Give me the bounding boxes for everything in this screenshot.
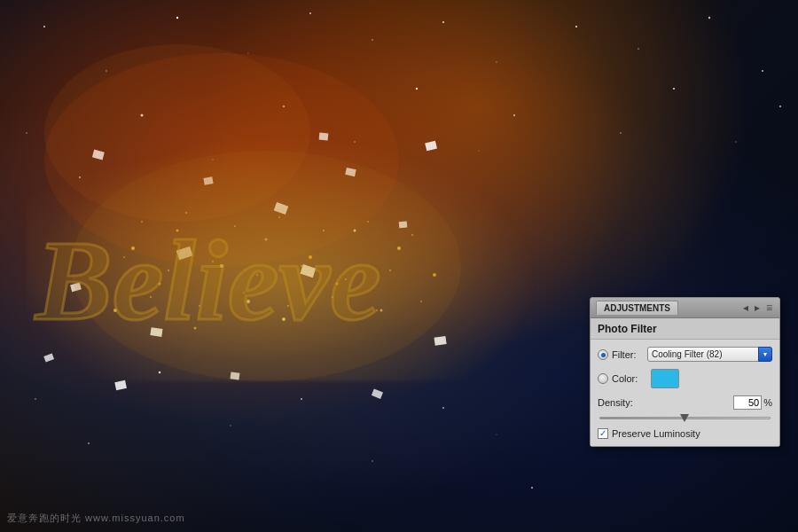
scroll-left-icon[interactable]: ◂ — [741, 301, 750, 314]
menu-icon[interactable]: ≡ — [764, 301, 774, 314]
svg-rect-43 — [114, 380, 127, 390]
svg-point-9 — [638, 48, 639, 50]
svg-point-7 — [496, 61, 497, 62]
svg-point-8 — [575, 26, 577, 27]
svg-point-26 — [88, 442, 90, 444]
svg-point-31 — [442, 407, 444, 409]
watermark: 爱意奔跑的时光 www.missyuan.com — [7, 512, 185, 525]
svg-point-30 — [372, 460, 373, 462]
filter-label: Filter: — [612, 349, 644, 360]
panel-titlebar: ADJUSTMENTS ◂ ▸ ≡ — [591, 298, 779, 318]
adjustments-panel: ADJUSTMENTS ◂ ▸ ≡ Photo Filter Filter: C… — [590, 297, 780, 447]
color-radio[interactable] — [598, 373, 608, 384]
filter-dropdown-wrap: Cooling Filter (82) Warming Filter (85) … — [647, 347, 772, 362]
filter-row: Filter: Cooling Filter (82) Warming Filt… — [598, 347, 772, 362]
preserve-luminosity-checkbox[interactable] — [598, 428, 608, 439]
svg-point-22 — [673, 88, 675, 90]
density-row: Density: % — [598, 395, 772, 425]
svg-point-18 — [416, 88, 418, 90]
svg-point-23 — [735, 141, 736, 142]
color-swatch[interactable] — [651, 369, 679, 388]
svg-point-3 — [247, 52, 248, 53]
svg-point-28 — [230, 425, 231, 426]
canvas-area: Believe Believe 爱意奔跑的时光 www.missyuan.com — [0, 0, 798, 532]
svg-point-33 — [531, 487, 533, 489]
color-row: Color: — [598, 369, 772, 388]
svg-point-11 — [762, 70, 763, 72]
svg-point-6 — [442, 21, 444, 23]
svg-point-0 — [43, 26, 45, 27]
scroll-right-icon[interactable]: ▸ — [753, 301, 762, 314]
svg-point-2 — [176, 17, 178, 19]
preserve-luminosity-label: Preserve Luminosity — [612, 428, 700, 439]
believe-text: Believe Believe — [18, 160, 541, 372]
svg-point-24 — [779, 106, 781, 107]
preserve-luminosity-row: Preserve Luminosity — [598, 428, 772, 439]
panel-subtitle: Photo Filter — [591, 318, 779, 340]
filter-dropdown[interactable]: Cooling Filter (82) Warming Filter (85) … — [647, 347, 772, 362]
svg-point-32 — [496, 434, 497, 434]
filter-radio[interactable] — [598, 349, 608, 360]
svg-point-21 — [620, 132, 622, 134]
svg-point-5 — [372, 39, 373, 41]
density-top: Density: % — [598, 395, 772, 410]
svg-point-29 — [301, 398, 302, 400]
density-label: Density: — [598, 397, 642, 408]
svg-point-10 — [708, 17, 710, 19]
svg-point-4 — [309, 12, 311, 14]
adjustments-tab[interactable]: ADJUSTMENTS — [596, 301, 678, 315]
density-slider-thumb[interactable] — [680, 414, 689, 422]
subtitle-text: Photo Filter — [598, 323, 657, 335]
density-input[interactable] — [733, 395, 762, 410]
density-slider-row — [598, 412, 772, 425]
svg-point-20 — [513, 114, 515, 116]
svg-rect-46 — [372, 388, 383, 399]
tab-label: ADJUSTMENTS — [604, 303, 670, 313]
density-slider-track[interactable] — [599, 417, 771, 419]
panel-controls: ◂ ▸ ≡ — [741, 301, 774, 314]
svg-text:Believe: Believe — [34, 216, 381, 344]
color-label: Color: — [612, 373, 644, 384]
watermark-text: 爱意奔跑的时光 www.missyuan.com — [7, 512, 185, 523]
density-unit: % — [763, 397, 772, 408]
panel-title-left: ADJUSTMENTS — [596, 301, 678, 315]
svg-point-25 — [35, 398, 36, 400]
density-value-wrap: % — [733, 395, 772, 410]
panel-body: Filter: Cooling Filter (82) Warming Filt… — [591, 340, 779, 446]
